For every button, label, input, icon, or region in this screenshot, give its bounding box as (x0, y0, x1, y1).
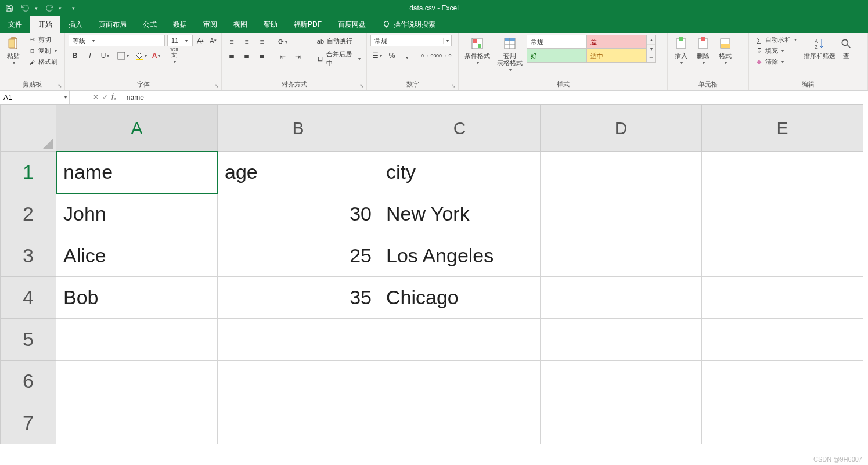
cell[interactable]: John (56, 193, 218, 235)
cancel-formula-icon[interactable]: ✕ (93, 93, 99, 101)
tab-page-layout[interactable]: 页面布局 (91, 16, 135, 33)
style-bad[interactable]: 差 (586, 35, 647, 49)
cell[interactable] (56, 319, 218, 361)
cell[interactable]: Bob (56, 277, 218, 319)
increase-font-icon[interactable]: A▴ (195, 35, 206, 46)
cell[interactable]: age (218, 152, 379, 193)
cell[interactable] (541, 361, 702, 402)
cell[interactable]: 25 (218, 235, 379, 277)
column-header[interactable]: E (702, 105, 863, 152)
format-as-table-button[interactable]: 套用 表格格式▾ (495, 35, 525, 74)
column-header[interactable]: A (56, 105, 218, 152)
spreadsheet-grid[interactable]: A B C D E 1 name age city 2 John 30 New … (0, 104, 863, 444)
tab-file[interactable]: 文件 (0, 16, 30, 33)
cell[interactable] (702, 152, 863, 193)
fill-button[interactable]: ↧填充▾ (752, 46, 799, 56)
cell[interactable]: city (379, 152, 541, 193)
formula-bar[interactable]: name (122, 93, 868, 102)
cell[interactable] (702, 361, 863, 402)
column-header[interactable]: D (541, 105, 702, 152)
decrease-indent-icon[interactable]: ⇤ (276, 51, 289, 63)
cell[interactable]: Chicago (379, 277, 541, 319)
cell[interactable] (218, 319, 379, 361)
italic-button[interactable]: I (84, 50, 96, 62)
row-header[interactable]: 2 (1, 193, 56, 235)
sort-filter-button[interactable]: AZ排序和筛选 (801, 35, 838, 60)
find-select-button[interactable]: 查 (840, 35, 852, 60)
cell[interactable]: 30 (218, 193, 379, 235)
gallery-down-icon[interactable]: ▾ (647, 45, 655, 54)
clear-button[interactable]: ◆清除▾ (752, 57, 799, 67)
delete-cells-button[interactable]: 删除▾ (693, 35, 713, 67)
align-left-icon[interactable]: ≣ (225, 51, 238, 63)
cell[interactable] (541, 402, 702, 444)
cell[interactable] (218, 361, 379, 402)
cell[interactable]: name (56, 152, 218, 193)
cut-button[interactable]: ✂剪切 (26, 35, 60, 45)
tab-data[interactable]: 数据 (165, 16, 195, 33)
cell[interactable] (218, 402, 379, 444)
cell[interactable] (541, 152, 702, 193)
percent-style-icon[interactable]: % (386, 50, 398, 62)
cell[interactable]: Los Angeles (379, 235, 541, 277)
autosum-button[interactable]: ∑自动求和▾ (752, 35, 799, 45)
cell[interactable] (541, 319, 702, 361)
accounting-format-icon[interactable]: ☰▾ (370, 50, 383, 62)
cell[interactable]: New York (379, 193, 541, 235)
cell[interactable] (702, 277, 863, 319)
row-header[interactable]: 6 (1, 361, 56, 402)
dialog-launcher-icon[interactable]: ⤡ (451, 83, 456, 89)
style-normal[interactable]: 常规 (527, 35, 587, 49)
conditional-formatting-button[interactable]: 条件格式▾ (462, 35, 492, 67)
column-header[interactable]: B (218, 105, 379, 152)
row-header[interactable]: 5 (1, 319, 56, 361)
dialog-launcher-icon[interactable]: ⤡ (214, 83, 219, 89)
cell[interactable] (379, 402, 541, 444)
phonetic-guide-button[interactable]: wén文▾ (168, 50, 181, 62)
orientation-icon[interactable]: ⟳▾ (276, 36, 289, 48)
cell[interactable]: Alice (56, 235, 218, 277)
cell[interactable] (56, 402, 218, 444)
cell[interactable] (702, 235, 863, 277)
tab-review[interactable]: 审阅 (195, 16, 225, 33)
redo-icon[interactable] (45, 3, 54, 13)
align-center-icon[interactable]: ≣ (240, 51, 253, 63)
cell[interactable] (541, 193, 702, 235)
gallery-more-icon[interactable]: ─ (647, 53, 655, 62)
tab-home[interactable]: 开始 (30, 16, 60, 33)
dialog-launcher-icon[interactable]: ⤡ (359, 83, 364, 89)
name-box[interactable]: ▾ (0, 91, 70, 104)
font-size-combo[interactable]: 11▾ (167, 35, 193, 46)
style-good[interactable]: 好 (527, 49, 587, 63)
borders-button[interactable]: ▾ (117, 50, 129, 62)
merge-center-button[interactable]: ⊟合并后居中▾ (314, 49, 363, 68)
cell[interactable] (541, 277, 702, 319)
row-header[interactable]: 1 (1, 152, 56, 193)
align-middle-icon[interactable]: ≡ (240, 36, 253, 48)
redo-dropdown-icon[interactable]: ▾ (59, 5, 62, 11)
column-header[interactable]: C (379, 105, 541, 152)
cell[interactable] (702, 193, 863, 235)
tell-me-search[interactable]: 操作说明搜索 (374, 16, 435, 33)
align-top-icon[interactable]: ≡ (225, 36, 238, 48)
name-box-input[interactable] (0, 93, 62, 102)
tab-foxit-pdf[interactable]: 福昕PDF (286, 16, 330, 33)
increase-decimal-icon[interactable]: .0→.00 (422, 50, 434, 62)
dialog-launcher-icon[interactable]: ⤡ (57, 83, 62, 89)
cell[interactable] (379, 319, 541, 361)
enter-formula-icon[interactable]: ✓ (102, 93, 108, 101)
align-bottom-icon[interactable]: ≡ (255, 36, 268, 48)
insert-cells-button[interactable]: 插入▾ (671, 35, 691, 67)
save-icon[interactable] (5, 3, 14, 13)
row-header[interactable]: 3 (1, 235, 56, 277)
select-all-corner[interactable] (1, 105, 56, 152)
decrease-font-icon[interactable]: A▾ (208, 35, 218, 46)
fx-icon[interactable]: fx (111, 92, 116, 102)
wrap-text-button[interactable]: ab自动换行 (314, 36, 363, 46)
font-name-combo[interactable]: 等线▾ (69, 35, 165, 46)
gallery-up-icon[interactable]: ▴ (647, 35, 655, 45)
cell[interactable] (541, 235, 702, 277)
tab-formulas[interactable]: 公式 (135, 16, 165, 33)
font-color-button[interactable]: A▾ (150, 50, 163, 62)
format-cells-button[interactable]: 格式▾ (715, 35, 735, 67)
